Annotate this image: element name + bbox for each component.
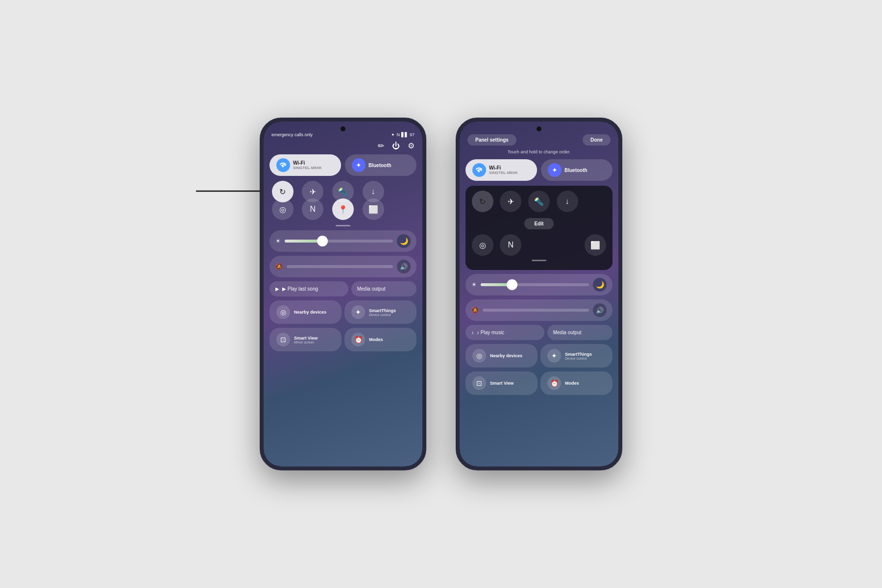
modes-tile-2[interactable]: ⏰ Modes <box>540 371 612 395</box>
bottom-tiles-row2-1: ⊡ Smart View Mirror screen ⏰ Modes <box>264 328 422 355</box>
play-music-btn[interactable]: ♪ ♪ Play music <box>466 325 544 340</box>
smartview-tile-1[interactable]: ⊡ Smart View Mirror screen <box>270 328 342 351</box>
edit-overlay: ↻ ✈ 🔦 ↓ Edit ◎ N ⬜ <box>466 186 612 270</box>
modes-tile-1[interactable]: ⏰ Modes <box>344 328 416 351</box>
volume-track-2[interactable] <box>483 309 589 312</box>
moon-icon-btn-2[interactable]: 🌙 <box>593 278 607 292</box>
drag-handle-1 <box>336 225 350 226</box>
media-row-2: ♪ ♪ Play music Media output <box>460 325 618 344</box>
wifi-toggle-2[interactable]: Wi-Fi SINGTEL-M9XK <box>466 159 537 181</box>
edit-label-btn[interactable]: Edit <box>524 218 554 229</box>
volume-icon-btn-2[interactable]: 🔊 <box>593 303 607 317</box>
smartthings-tile-icon-1: ✦ <box>351 305 365 319</box>
sliders-section-2: ☀ 🌙 🔕 🔊 <box>460 274 618 325</box>
panel-settings-btn[interactable]: Panel settings <box>467 134 516 146</box>
edit-nfc-btn[interactable]: N <box>500 234 521 256</box>
mute-icon: 🔕 <box>275 263 283 270</box>
done-btn[interactable]: Done <box>583 134 611 146</box>
nearby-tile-icon-2: ◎ <box>472 349 486 363</box>
nearby-devices-tile-2[interactable]: ◎ Nearby devices <box>466 344 538 368</box>
mute-icon-2: 🔕 <box>471 307 479 314</box>
bottom-tiles-row1-1: ◎ Nearby devices ✦ SmartThings Device co… <box>264 300 422 328</box>
brightness-thumb[interactable] <box>317 236 328 246</box>
nearby-tile-text-2: Nearby devices <box>490 353 522 358</box>
settings-icon[interactable]: ⚙ <box>408 141 415 150</box>
phone-1: emergency calls only ✦ N ▋▋ 97 ✏ ⏻ ⚙ <box>260 118 426 470</box>
music-icon: ♪ <box>471 330 474 335</box>
phone-frame-1: emergency calls only ✦ N ▋▋ 97 ✏ ⏻ ⚙ <box>260 118 426 470</box>
nfc-icon-status: N <box>396 132 400 137</box>
modes-tile-text-2: Modes <box>565 381 579 386</box>
play-music-label: ♪ Play music <box>477 330 504 335</box>
power-icon[interactable]: ⏻ <box>392 142 400 150</box>
brightness-slider-row-2: ☀ 🌙 <box>466 274 612 295</box>
phone-screen-2: Panel settings Done Touch and hold to ch… <box>460 122 618 466</box>
bluetooth-toggle[interactable]: ✦ Bluetooth <box>345 154 416 176</box>
nearby-devices-tile-1[interactable]: ◎ Nearby devices <box>270 300 342 324</box>
wifi-toggle-text-2: Wi-Fi SINGTEL-M9XK <box>489 165 518 175</box>
signal-icon-status: ▋▋ <box>401 132 408 137</box>
brightness-slider-row: ☀ 🌙 <box>270 230 416 252</box>
volume-track[interactable] <box>287 265 393 268</box>
edit-icons-row1: ↻ ✈ 🔦 ↓ <box>470 191 608 212</box>
location-icon-btn[interactable]: 📍 <box>332 198 354 220</box>
play-icon: ▶ <box>275 286 279 292</box>
phone-2: Panel settings Done Touch and hold to ch… <box>456 118 622 470</box>
smartview-tile-text-1: Smart View Mirror screen <box>294 336 318 344</box>
sun-icon-2: ☀ <box>471 281 477 288</box>
smartthings-tile-text-1: SmartThings Device control <box>369 308 396 317</box>
edit-airplane-btn[interactable]: ✈ <box>500 191 521 212</box>
media-row-1: ▶ ▶ Play last song Media output <box>264 281 422 300</box>
quick-toggles-1: Wi-Fi SINGTEL-M9XK ✦ Bluetooth <box>264 154 422 181</box>
smartthings-tile-1[interactable]: ✦ SmartThings Device control <box>344 300 416 324</box>
status-icons-1: ✦ N ▋▋ 97 <box>391 132 415 137</box>
play-last-song-btn[interactable]: ▶ ▶ Play last song <box>270 281 348 296</box>
edit-icon[interactable]: ✏ <box>378 141 384 150</box>
bottom-tiles-row1-2: ◎ Nearby devices ✦ SmartThings Device co… <box>460 344 618 371</box>
wifi-toggle-text: Wi-Fi SINGTEL-M9XK <box>293 160 322 170</box>
media-output-label-1: Media output <box>357 286 386 292</box>
camera-2 <box>537 126 541 131</box>
status-text-1: emergency calls only <box>271 132 313 137</box>
media-output-btn-1[interactable]: Media output <box>351 281 416 296</box>
smartview-tile-icon-1: ⊡ <box>276 333 290 346</box>
wifi-toggle[interactable]: Wi-Fi SINGTEL-M9XK <box>270 154 341 176</box>
nfc-icon-btn[interactable]: N <box>302 198 323 220</box>
edit-cast-btn[interactable]: ◎ <box>472 234 493 256</box>
cast-icon-btn[interactable]: ◎ <box>272 198 294 220</box>
smartview-tile-text-2: Smart View <box>490 381 514 386</box>
smartview-tile-2[interactable]: ⊡ Smart View <box>466 371 538 395</box>
quick-toggles-2: Wi-Fi SINGTEL-M9XK ✦ Bluetooth <box>460 159 618 186</box>
brightness-track-2[interactable] <box>481 283 589 286</box>
bottom-tiles-row2-2: ⊡ Smart View ⏰ Modes <box>460 371 618 399</box>
sliders-section-1: ☀ 🌙 🔕 🔊 <box>264 230 422 281</box>
panel-header-1: ✏ ⏻ ⚙ <box>264 139 422 154</box>
screenshot-icon-btn[interactable]: ⬜ <box>363 198 384 220</box>
drag-handle-2 <box>532 260 546 261</box>
sun-icon-brightness: ☀ <box>275 238 281 245</box>
smartview-tile-icon-2: ⊡ <box>472 376 486 390</box>
bluetooth-toggle-icon-2: ✦ <box>548 163 562 177</box>
nearby-tile-icon-1: ◎ <box>276 305 290 319</box>
edit-download-btn[interactable]: ↓ <box>557 191 578 212</box>
edit-rotate-btn[interactable]: ↻ <box>472 191 493 212</box>
volume-icon-btn[interactable]: 🔊 <box>397 260 411 273</box>
bluetooth-toggle-text-2: Bluetooth <box>564 168 588 173</box>
edit-screenshot-btn[interactable]: ⬜ <box>585 234 606 256</box>
modes-tile-text-1: Modes <box>369 337 383 342</box>
edit-flashlight-btn[interactable]: 🔦 <box>528 191 550 212</box>
bluetooth-toggle-text: Bluetooth <box>368 163 392 168</box>
brightness-track[interactable] <box>285 240 393 243</box>
brightness-thumb-2[interactable] <box>507 279 517 290</box>
edit-icons-row2: ◎ N ⬜ <box>470 234 608 256</box>
smartthings-tile-icon-2: ✦ <box>547 349 561 363</box>
modes-tile-icon-1: ⏰ <box>351 333 365 346</box>
hint-text: Touch and hold to change order. <box>460 149 618 159</box>
bluetooth-toggle-2[interactable]: ✦ Bluetooth <box>541 159 612 181</box>
media-output-btn-2[interactable]: Media output <box>547 325 612 340</box>
moon-icon-btn[interactable]: 🌙 <box>397 234 411 248</box>
wifi-toggle-icon-2 <box>472 163 486 177</box>
bluetooth-toggle-icon: ✦ <box>352 158 366 172</box>
play-last-song-label: ▶ Play last song <box>282 286 318 292</box>
smartthings-tile-2[interactable]: ✦ SmartThings Device control <box>540 344 612 368</box>
